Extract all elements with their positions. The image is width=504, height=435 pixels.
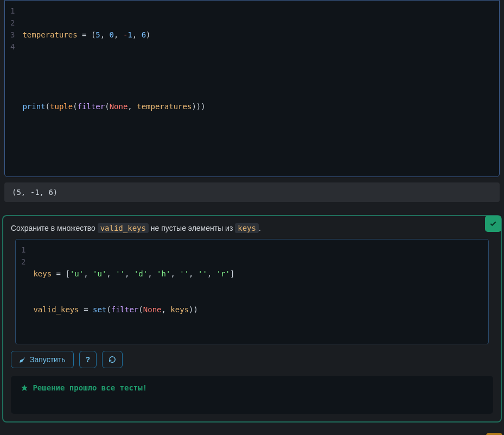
question-icon: ?: [86, 355, 91, 364]
rocket-icon: [19, 356, 27, 363]
code-block-1: 1 2 keys = ['u', 'u', '', 'd', 'h', '', …: [15, 239, 489, 344]
run-button-label: Запустить: [30, 355, 66, 364]
status-badge-success: [485, 216, 501, 232]
star-icon: [21, 383, 33, 392]
code-source[interactable]: keys = ['u', 'u', '', 'd', 'h', '', '', …: [33, 244, 234, 339]
status-badge-fail: [486, 433, 502, 435]
reset-button[interactable]: [102, 351, 123, 368]
line-number: 2: [21, 256, 25, 268]
result-message: Решение прошло все тесты!: [21, 383, 483, 392]
line-number: 2: [10, 17, 15, 29]
hint-button[interactable]: ?: [79, 351, 97, 368]
line-number: 1: [21, 244, 25, 256]
code-pill: keys: [235, 223, 259, 233]
line-number: 1: [10, 5, 15, 17]
check-icon: [489, 220, 497, 228]
code-pill: valid_keys: [98, 223, 149, 233]
code-lines[interactable]: 1 2 3 4 temperatures = (5, 0, -1, 6) pri…: [5, 1, 499, 176]
line-number: 4: [10, 41, 15, 53]
output-block-0: (5, -1, 6): [4, 182, 500, 202]
exercise-card-1: Сохраните в множество valid_keys не пуст…: [2, 215, 502, 423]
line-number: 3: [10, 29, 15, 41]
controls-row: Запустить ?: [11, 351, 493, 368]
refresh-icon: [109, 356, 116, 363]
run-button[interactable]: Запустить: [11, 351, 74, 368]
gutter: 1 2 3 4: [5, 5, 22, 172]
svg-marker-0: [21, 384, 28, 391]
code-block-0: 1 2 3 4 temperatures = (5, 0, -1, 6) pri…: [4, 0, 500, 177]
result-panel-success: Решение прошло все тесты!: [11, 376, 493, 414]
code-lines[interactable]: 1 2 keys = ['u', 'u', '', 'd', 'h', '', …: [16, 239, 488, 344]
gutter: 1 2: [16, 244, 33, 339]
code-source[interactable]: temperatures = (5, 0, -1, 6) print(tuple…: [22, 5, 205, 172]
exercise-description: Сохраните в множество valid_keys не пуст…: [11, 224, 493, 232]
